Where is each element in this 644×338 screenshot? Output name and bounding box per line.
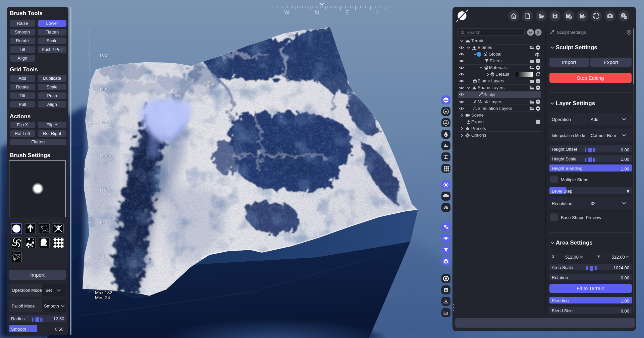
svg-text:S: S [376,10,379,15]
svg-text:1000: 1000 [99,220,108,225]
svg-text:W: W [284,10,289,15]
svg-text:1400: 1400 [99,87,108,92]
svg-text:1300: 1300 [99,120,108,125]
svg-text:1100: 1100 [99,187,108,192]
svg-text:Max 182: Max 182 [95,290,112,295]
svg-text:1200: 1200 [99,154,108,158]
svg-text:900: 900 [99,254,106,259]
svg-text:1500: 1500 [99,54,108,58]
svg-text:N: N [315,10,319,15]
svg-text:E: E [345,10,349,15]
svg-text:Min -24: Min -24 [95,295,110,300]
